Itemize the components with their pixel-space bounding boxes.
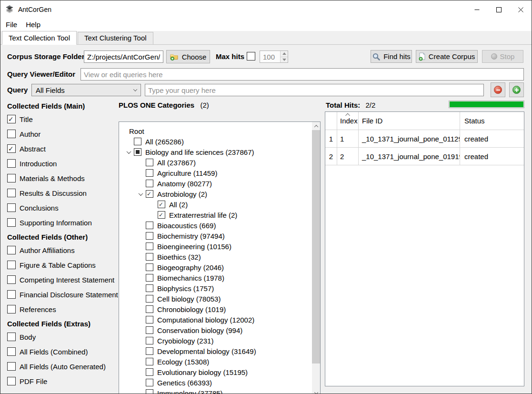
table-row[interactable]: 22_10_1371_journal_pone_0191907created xyxy=(325,148,524,165)
tree-item[interactable]: Immunology (37785) xyxy=(119,388,312,394)
tree-item[interactable]: Bioacoustics (669) xyxy=(119,220,312,231)
column-header-file-id[interactable]: File ID xyxy=(359,112,460,130)
row-header-column[interactable] xyxy=(325,112,337,130)
tree-checkbox-unchecked[interactable] xyxy=(146,326,153,334)
tree-checkbox-unchecked[interactable] xyxy=(146,368,153,376)
field-checkbox-row[interactable]: Financial Disclosure Statement xyxy=(7,290,118,299)
expander-icon[interactable] xyxy=(135,192,146,196)
field-checkbox-unchecked[interactable] xyxy=(7,174,16,182)
tree-checkbox-partial[interactable] xyxy=(134,148,141,156)
maximize-button[interactable] xyxy=(488,0,510,19)
spin-down-button[interactable] xyxy=(281,57,288,63)
field-checkbox-unchecked[interactable] xyxy=(7,377,16,385)
field-checkbox-row[interactable]: Materials & Methods xyxy=(7,174,118,182)
field-checkbox-row[interactable]: All Fields (Auto Generated) xyxy=(7,362,118,371)
field-checkbox-row[interactable]: References xyxy=(7,305,118,313)
tree-checkbox-unchecked[interactable] xyxy=(134,138,141,145)
field-checkbox-unchecked[interactable] xyxy=(7,275,16,284)
field-checkbox-row[interactable]: Author xyxy=(7,130,118,138)
tree-item[interactable]: Biomechanics (1978) xyxy=(119,273,312,283)
tree-item[interactable]: ✓All (2) xyxy=(119,199,312,210)
field-checkbox-unchecked[interactable] xyxy=(7,189,16,197)
field-checkbox-row[interactable]: Author Affiliations xyxy=(7,246,118,254)
scroll-up-button[interactable] xyxy=(312,122,320,130)
tree-item[interactable]: ✓Astrobiology (2) xyxy=(119,189,312,199)
tree-item[interactable]: Ecology (15308) xyxy=(119,356,312,367)
tab-text-collection-tool[interactable]: Text Collection Tool xyxy=(2,31,77,45)
find-hits-button[interactable]: Find hits xyxy=(371,50,412,63)
query-viewer-input[interactable] xyxy=(80,68,524,81)
field-checkbox-row[interactable]: Figure & Table Captions xyxy=(7,261,118,269)
remove-query-button[interactable] xyxy=(491,82,505,97)
tree-checkbox-checked[interactable]: ✓ xyxy=(158,211,165,219)
field-checkbox-row[interactable]: Introduction xyxy=(7,159,118,168)
max-hits-checkbox[interactable] xyxy=(247,52,255,61)
tree-item[interactable]: Biogeography (2046) xyxy=(119,262,312,273)
field-checkbox-unchecked[interactable] xyxy=(7,305,16,313)
field-checkbox-unchecked[interactable] xyxy=(7,218,16,227)
tree-item[interactable]: Cell biology (78053) xyxy=(119,293,312,304)
tree-checkbox-unchecked[interactable] xyxy=(146,263,153,271)
field-checkbox-row[interactable]: Conclusions xyxy=(7,203,118,212)
tab-text-clustering-tool[interactable]: Text Clustering Tool xyxy=(78,32,153,44)
tree-checkbox-unchecked[interactable] xyxy=(146,316,153,323)
field-checkbox-row[interactable]: ✓Title xyxy=(7,115,118,123)
field-checkbox-unchecked[interactable] xyxy=(7,203,16,212)
tree-checkbox-unchecked[interactable] xyxy=(146,274,153,282)
query-input[interactable] xyxy=(145,84,484,96)
tree-item[interactable]: Root xyxy=(119,126,312,136)
minimize-button[interactable] xyxy=(466,0,488,19)
tree-checkbox-unchecked[interactable] xyxy=(146,169,153,177)
tree-item[interactable]: Agriculture (11459) xyxy=(119,168,312,178)
stop-button[interactable]: Stop xyxy=(482,50,523,63)
tree-item[interactable]: Evolutionary biology (15195) xyxy=(119,367,312,377)
create-corpus-button[interactable]: Create Corpus xyxy=(416,50,478,63)
corpus-path-input[interactable] xyxy=(84,51,163,63)
field-checkbox-row[interactable]: All Fields (Combined) xyxy=(7,347,118,356)
tree-item[interactable]: Biophysics (1757) xyxy=(119,283,312,293)
field-checkbox-checked[interactable]: ✓ xyxy=(7,115,16,123)
field-checkbox-unchecked[interactable] xyxy=(7,130,16,138)
tree-item[interactable]: Cryobiology (231) xyxy=(119,335,312,346)
tree-item[interactable]: Genetics (66393) xyxy=(119,377,312,388)
field-checkbox-unchecked[interactable] xyxy=(7,290,16,299)
field-checkbox-unchecked[interactable] xyxy=(7,347,16,356)
scrollbar-thumb[interactable] xyxy=(312,130,320,364)
tree-checkbox-checked[interactable]: ✓ xyxy=(158,201,165,208)
field-checkbox-unchecked[interactable] xyxy=(7,333,16,341)
choose-folder-button[interactable]: Choose xyxy=(166,50,210,63)
menu-file[interactable]: File xyxy=(1,19,21,31)
tree-checkbox-unchecked[interactable] xyxy=(146,180,153,187)
tree-item[interactable]: Anatomy (80277) xyxy=(119,178,312,189)
tree-checkbox-unchecked[interactable] xyxy=(146,284,153,292)
query-field-selector[interactable]: All Fields xyxy=(31,84,141,96)
expander-icon[interactable] xyxy=(123,151,134,154)
table-row[interactable]: 11_10_1371_journal_pone_0112979created xyxy=(325,130,524,148)
tree-checkbox-unchecked[interactable] xyxy=(146,253,153,261)
tree-checkbox-checked[interactable]: ✓ xyxy=(146,190,153,198)
field-checkbox-unchecked[interactable] xyxy=(7,261,16,269)
column-header-index[interactable]: Index xyxy=(337,112,359,130)
field-checkbox-checked[interactable]: ✓ xyxy=(7,144,16,153)
tree-item[interactable]: Biochemistry (97494) xyxy=(119,231,312,241)
tree-checkbox-unchecked[interactable] xyxy=(146,358,153,365)
tree-checkbox-unchecked[interactable] xyxy=(146,305,153,313)
tree-item[interactable]: Chronobiology (1019) xyxy=(119,304,312,314)
tree-item[interactable]: Bioethics (32) xyxy=(119,252,312,262)
field-checkbox-row[interactable]: PDF File xyxy=(7,377,118,385)
tree-item[interactable]: All (237867) xyxy=(119,157,312,168)
field-checkbox-row[interactable]: Supporting Information xyxy=(7,218,118,227)
close-button[interactable] xyxy=(510,0,532,19)
tree-checkbox-unchecked[interactable] xyxy=(146,222,153,229)
field-checkbox-row[interactable]: ✓Abstract xyxy=(7,144,118,153)
field-checkbox-row[interactable]: Body xyxy=(7,333,118,341)
tree-item[interactable]: Developmental biology (31649) xyxy=(119,346,312,356)
field-checkbox-unchecked[interactable] xyxy=(7,159,16,168)
tree-item[interactable]: ✓Extraterrestrial life (2) xyxy=(119,210,312,220)
max-hits-value-input[interactable] xyxy=(260,51,280,62)
tree-item[interactable]: Computational biology (12002) xyxy=(119,314,312,325)
field-checkbox-row[interactable]: Competing Interest Statement xyxy=(7,275,118,284)
add-query-button[interactable] xyxy=(509,82,524,97)
column-header-status[interactable]: Status xyxy=(460,112,524,130)
tree-checkbox-unchecked[interactable] xyxy=(146,232,153,240)
